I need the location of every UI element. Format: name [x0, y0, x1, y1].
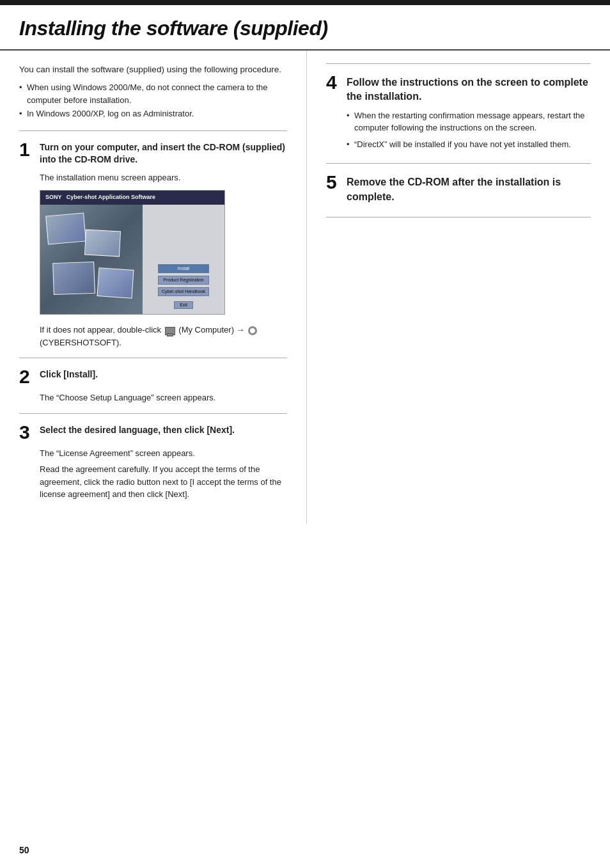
screenshot-header: SONY Cyber-shot Application Software: [40, 191, 224, 205]
photo-1: [45, 212, 86, 244]
step-1-number: 1: [19, 140, 35, 159]
step-3-header: 3 Select the desired language, then clic…: [19, 423, 287, 442]
screenshot-photo-area: [40, 205, 143, 314]
step-5-number: 5: [326, 173, 341, 192]
step-4-bullets: When the restarting confirmation message…: [347, 109, 591, 151]
step-4-bullet-2: “DirectX” will be installed if you have …: [347, 138, 591, 151]
title-section: Installing the software (supplied): [0, 5, 610, 51]
intro-bullet-2: In Windows 2000/XP, log on as Administra…: [19, 107, 287, 120]
step-1-body-line1: The installation menu screen appears.: [40, 171, 287, 184]
my-computer-icon: [165, 327, 175, 335]
header-bar: [0, 0, 610, 5]
step-3-title: Select the desired language, then click …: [40, 423, 235, 437]
intro-bullet-1: When using Windows 2000/Me, do not conne…: [19, 81, 287, 106]
step-1-title: Turn on your computer, and insert the CD…: [40, 140, 287, 166]
step-4-bullet-1: When the restarting confirmation message…: [347, 109, 591, 134]
step-2: 2 Click [Install]. The “Choose Setup Lan…: [19, 367, 287, 404]
screenshot-brand: SONY: [45, 194, 61, 200]
step-1-bullet: If it does not appear, double-click (My …: [40, 324, 287, 349]
divider-right-top: [326, 63, 591, 64]
page-title: Installing the software (supplied): [19, 17, 591, 40]
divider-right-mid: [326, 163, 591, 164]
step-3-body: The “License Agreement” screen appears. …: [40, 447, 287, 501]
right-column: 4 Follow the instructions on the screen …: [307, 51, 610, 524]
photo-4: [97, 267, 134, 299]
step-1-header: 1 Turn on your computer, and insert the …: [19, 140, 287, 166]
screenshot-install-btn: Install: [158, 264, 209, 273]
step-2-header: 2 Click [Install].: [19, 367, 287, 386]
step-5: 5 Remove the CD-ROM after the installati…: [326, 173, 591, 204]
step-3-number: 3: [19, 423, 35, 442]
step-5-header: 5 Remove the CD-ROM after the installati…: [326, 173, 591, 204]
left-column: You can install the software (supplied) …: [0, 51, 307, 524]
intro-text: You can install the software (supplied) …: [19, 63, 287, 76]
step-3-body-line1: The “License Agreement” screen appears.: [40, 447, 287, 460]
step-4: 4 Follow the instructions on the screen …: [326, 73, 591, 150]
screenshot-product-reg-btn: Product Registration: [158, 276, 209, 285]
step-2-body-text: The “Choose Setup Language” screen appea…: [40, 391, 287, 404]
step-2-number: 2: [19, 367, 35, 386]
photo-3: [52, 262, 95, 295]
installation-screenshot: SONY Cyber-shot Application Software: [40, 190, 225, 315]
screenshot-right-panel: Install Product Registration Cyber-shot …: [143, 205, 224, 314]
screenshot-exit-btn: Exit: [174, 301, 193, 309]
step-3-body-line2: Read the agreement carefully. If you acc…: [40, 463, 287, 501]
step-4-title: Follow the instructions on the screen to…: [347, 73, 591, 104]
page-number: 50: [19, 845, 29, 855]
divider-3: [19, 413, 287, 414]
divider-right-bottom: [326, 217, 591, 217]
step-1-body: The installation menu screen appears. SO…: [40, 171, 287, 349]
step-4-body: When the restarting confirmation message…: [347, 109, 591, 151]
divider-2: [19, 358, 287, 358]
step-4-number: 4: [326, 73, 341, 92]
step-2-title: Click [Install].: [40, 367, 98, 381]
step-2-body: The “Choose Setup Language” screen appea…: [40, 391, 287, 404]
photo-2: [84, 230, 121, 257]
divider-1: [19, 130, 287, 131]
step-3: 3 Select the desired language, then clic…: [19, 423, 287, 501]
step-5-title: Remove the CD-ROM after the installation…: [347, 173, 591, 204]
screenshot-app-name: Cyber-shot Application Software: [66, 194, 155, 200]
cd-icon: [248, 326, 257, 335]
screenshot-handbook-btn: Cyber-shot Handbook: [158, 287, 209, 296]
step-4-header: 4 Follow the instructions on the screen …: [326, 73, 591, 104]
screenshot-body: Install Product Registration Cyber-shot …: [40, 205, 224, 314]
step-1: 1 Turn on your computer, and insert the …: [19, 140, 287, 349]
main-content: You can install the software (supplied) …: [0, 51, 610, 524]
intro-bullets: When using Windows 2000/Me, do not conne…: [19, 81, 287, 120]
